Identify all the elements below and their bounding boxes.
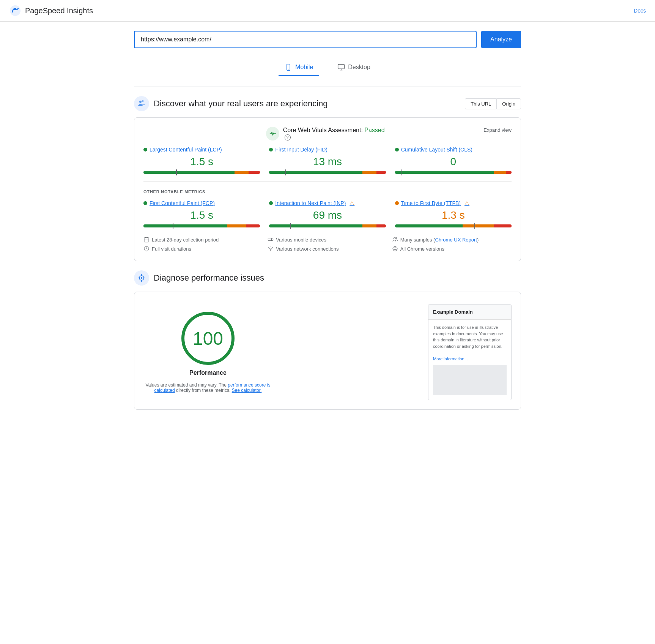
diagnose-content: 100 Performance Values are estimated and… — [143, 301, 512, 400]
fid-dot — [269, 148, 273, 152]
fid-bar — [269, 171, 386, 174]
expand-view-btn[interactable]: Expand view — [483, 127, 512, 133]
metric-cls-label[interactable]: Cumulative Layout Shift (CLS) — [395, 147, 512, 153]
calendar-icon — [143, 237, 150, 243]
origin-button[interactable]: Origin — [496, 98, 521, 109]
metric-inp-value: 69 ms — [269, 209, 386, 221]
svg-line-22 — [396, 249, 397, 249]
preview-title: Example Domain — [428, 305, 511, 320]
svg-point-7 — [139, 101, 142, 103]
lcp-indicator — [176, 169, 177, 175]
metric-fid: First Input Delay (FID) 13 ms — [269, 147, 386, 174]
diagnose-title: Diagnose performance issues — [154, 273, 264, 283]
preview-link[interactable]: More information... — [433, 357, 468, 361]
score-area: 100 Performance Values are estimated and… — [143, 304, 272, 393]
docs-link[interactable]: Docs — [634, 8, 646, 14]
lcp-dot — [143, 148, 147, 152]
inp-bar — [269, 224, 386, 227]
svg-point-20 — [394, 248, 396, 249]
cwv-icon — [266, 127, 279, 140]
pagespeed-logo — [9, 5, 21, 17]
visit-duration-info: Full visit durations — [143, 246, 263, 252]
url-area: Analyze — [134, 31, 521, 48]
inp-indicator — [290, 223, 291, 229]
ttfb-warning-icon: ⚠ — [464, 200, 469, 206]
svg-point-16 — [271, 251, 271, 251]
metric-fcp-label[interactable]: First Contentful Paint (FCP) — [143, 200, 260, 206]
score-note: Values are estimated and may vary. The p… — [143, 382, 272, 393]
metric-fcp: First Contentful Paint (FCP) 1.5 s — [143, 200, 260, 227]
chrome-versions-info: All Chrome versions — [392, 246, 512, 252]
svg-point-18 — [395, 237, 397, 238]
devices-info: Various mobile devices — [268, 237, 387, 243]
cwv-help-icon[interactable]: ? — [285, 134, 291, 140]
metrics-divider — [143, 182, 512, 182]
svg-point-0 — [10, 5, 20, 16]
diagnose-icon — [134, 270, 149, 286]
inp-dot — [269, 201, 273, 205]
ttfb-bar — [395, 224, 512, 227]
fcp-dot — [143, 201, 147, 205]
preview-box: Example Domain This domain is for use in… — [428, 304, 512, 400]
device-tab-bar: Mobile Desktop — [134, 60, 521, 87]
device-tabs: Mobile Desktop — [279, 60, 376, 76]
inp-warning-icon: ⚠ — [350, 200, 354, 206]
tab-desktop[interactable]: Desktop — [331, 60, 376, 76]
tab-desktop-label: Desktop — [348, 64, 370, 71]
metric-inp: Interaction to Next Paint (INP) ⚠ 69 ms — [269, 200, 386, 227]
this-url-button[interactable]: This URL — [465, 98, 496, 109]
score-number: 100 — [193, 328, 223, 349]
svg-line-23 — [393, 249, 394, 249]
other-metrics-grid: First Contentful Paint (FCP) 1.5 s Inter… — [143, 200, 512, 227]
metric-cls: Cumulative Layout Shift (CLS) 0 — [395, 147, 512, 174]
url-input[interactable] — [134, 31, 477, 48]
diagnose-card: 100 Performance Values are estimated and… — [134, 292, 521, 410]
cwv-status: Passed — [364, 127, 384, 133]
collection-period-info: Latest 28-day collection period — [143, 237, 263, 243]
svg-point-17 — [394, 238, 395, 239]
info-footer: Latest 28-day collection period Full vis… — [143, 237, 512, 252]
network-info: Various network connections — [268, 246, 387, 252]
svg-point-1 — [14, 8, 16, 10]
url-origin-toggle: This URL Origin — [465, 98, 521, 109]
diagnose-section-header: Diagnose performance issues — [134, 270, 521, 286]
metric-lcp: Largest Contentful Paint (LCP) 1.5 s — [143, 147, 260, 174]
real-users-section-header: Discover what your real users are experi… — [134, 96, 521, 111]
real-users-icon — [134, 96, 149, 111]
info-col-1: Latest 28-day collection period Full vis… — [143, 237, 263, 252]
devices-icon — [268, 237, 274, 243]
svg-point-8 — [142, 100, 144, 102]
real-users-title: Discover what your real users are experi… — [154, 99, 328, 109]
svg-point-26 — [141, 277, 142, 279]
app-title: PageSpeed Insights — [25, 6, 93, 15]
ttfb-indicator — [474, 223, 475, 229]
cwv-title-area: Core Web Vitals Assessment: Passed ? — [266, 127, 389, 140]
people-icon — [392, 237, 398, 243]
metric-lcp-value: 1.5 s — [143, 156, 260, 168]
desktop-icon — [337, 63, 345, 71]
preview-area: Example Domain This domain is for use in… — [428, 304, 512, 400]
chrome-ux-link[interactable]: Chrome UX Report — [435, 237, 477, 243]
timer-icon — [143, 246, 150, 252]
preview-body: This domain is for use in illustrative e… — [428, 320, 511, 400]
fcp-bar — [143, 224, 260, 227]
cwv-card: Core Web Vitals Assessment: Passed ? Exp… — [134, 117, 521, 261]
metric-fid-label[interactable]: First Input Delay (FID) — [269, 147, 386, 153]
info-col-3: Many samples (Chrome UX Report) All Chro… — [392, 237, 512, 252]
score-label: Performance — [189, 369, 227, 376]
metric-fcp-value: 1.5 s — [143, 209, 260, 221]
calculator-link[interactable]: See calculator. — [232, 388, 262, 393]
fcp-indicator — [173, 223, 173, 229]
metric-fid-value: 13 ms — [269, 156, 386, 168]
metric-ttfb: Time to First Byte (TTFB) ⚠ 1.3 s — [395, 200, 512, 227]
tab-mobile[interactable]: Mobile — [279, 60, 319, 76]
metric-lcp-label[interactable]: Largest Contentful Paint (LCP) — [143, 147, 260, 153]
cls-bar — [395, 171, 512, 174]
cwv-header-row: Core Web Vitals Assessment: Passed ? Exp… — [143, 127, 512, 140]
analyze-button[interactable]: Analyze — [481, 31, 521, 48]
metric-ttfb-label[interactable]: Time to First Byte (TTFB) ⚠ — [395, 200, 512, 206]
ttfb-dot — [395, 201, 399, 205]
metric-inp-label[interactable]: Interaction to Next Paint (INP) ⚠ — [269, 200, 386, 206]
svg-rect-9 — [144, 238, 149, 242]
svg-rect-4 — [338, 65, 345, 69]
